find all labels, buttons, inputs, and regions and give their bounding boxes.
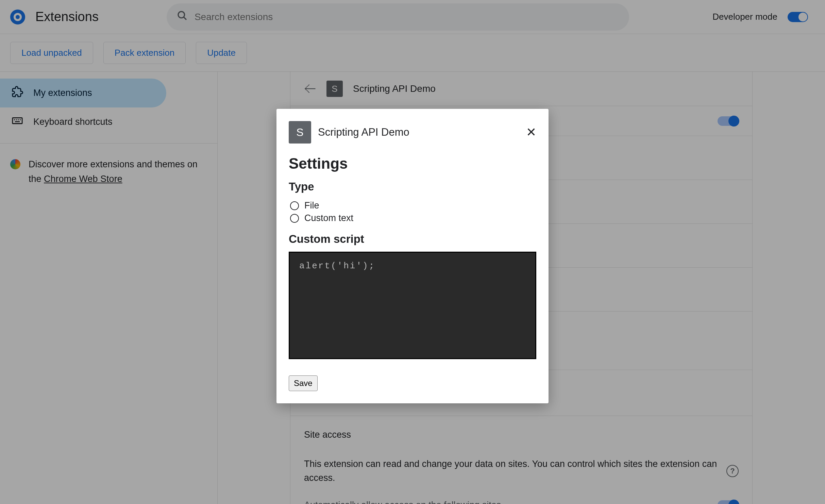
save-button[interactable]: Save (289, 375, 318, 391)
radio-circle-icon (290, 214, 299, 223)
radio-custom-label: Custom text (304, 213, 353, 223)
type-heading: Type (289, 180, 536, 193)
dialog-extension-icon: S (289, 121, 311, 144)
settings-heading: Settings (289, 155, 536, 172)
dialog-title: Scripting API Demo (318, 126, 409, 138)
radio-file-label: File (304, 200, 319, 211)
type-radio-group: File Custom text (289, 199, 536, 224)
custom-script-textarea[interactable] (289, 252, 536, 359)
custom-script-heading: Custom script (289, 233, 536, 246)
radio-file[interactable]: File (289, 199, 536, 212)
radio-circle-icon (290, 201, 299, 210)
close-icon[interactable]: ✕ (526, 125, 536, 139)
dialog-header: S Scripting API Demo ✕ (289, 121, 536, 144)
radio-custom-text[interactable]: Custom text (289, 212, 536, 224)
settings-dialog: S Scripting API Demo ✕ Settings Type Fil… (276, 109, 549, 403)
